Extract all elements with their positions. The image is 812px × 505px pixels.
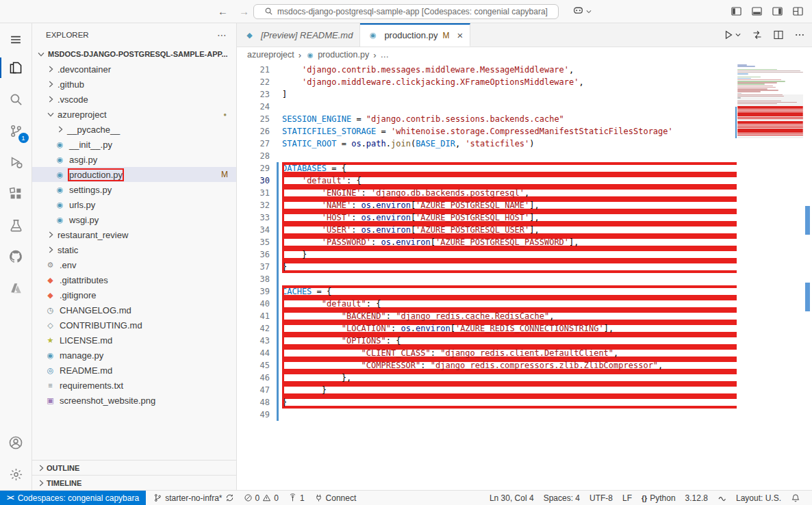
braces-icon: {}: [642, 494, 647, 502]
tree-item-.vscode[interactable]: .vscode: [32, 92, 236, 107]
open-changes-button[interactable]: [752, 29, 763, 40]
search-text: msdocs-django-postgresql-sample-app [Cod…: [277, 7, 548, 16]
explorer-more-actions-icon[interactable]: ⋯: [217, 29, 227, 40]
python-file-icon: ◉: [367, 31, 379, 40]
folder-label: .vscode: [58, 94, 88, 105]
breadcrumb-separator: ›: [373, 50, 376, 60]
tree-item-__init__.py[interactable]: ◉__init__.py: [32, 137, 236, 152]
status-keyboard-layout[interactable]: Layout: U.S.: [731, 491, 786, 505]
tree-item-.github[interactable]: .github: [32, 77, 236, 92]
tree-item-.gitattributes[interactable]: ◆.gitattributes: [32, 272, 236, 287]
chevron-right-icon: [54, 125, 66, 134]
code-editor[interactable]: 21 'django.contrib.messages.middleware.M…: [237, 62, 812, 490]
tree-item-.env[interactable]: ⚙.env: [32, 257, 236, 272]
tree-item-asgi.py[interactable]: ◉asgi.py: [32, 152, 236, 167]
activity-account-icon[interactable]: [0, 427, 32, 458]
tree-item-screenshot_website.png[interactable]: ▣screenshot_website.png: [32, 393, 236, 408]
activity-run-debug-icon[interactable]: [0, 146, 32, 178]
command-center-search[interactable]: msdocs-django-postgresql-sample-app [Cod…: [253, 4, 559, 19]
line-content: [282, 273, 737, 285]
file-label: asgi.py: [69, 155, 97, 165]
status-connect[interactable]: Connect: [309, 491, 361, 505]
status-cursor-position[interactable]: Ln 30, Col 4: [485, 491, 539, 505]
tree-item-.gitignore[interactable]: ◆.gitignore: [32, 287, 236, 302]
back-button[interactable]: ←: [218, 5, 228, 17]
customize-layout-icon[interactable]: [792, 5, 804, 17]
line-number: 45: [237, 359, 270, 372]
run-python-file-button[interactable]: [723, 29, 741, 40]
tree-item-manage.py[interactable]: ◉manage.py: [32, 348, 236, 363]
copilot-button[interactable]: [572, 5, 592, 18]
more-actions-button[interactable]: [794, 29, 805, 40]
text-file-icon: ≡: [45, 381, 56, 389]
tab-production-py[interactable]: ◉production.pyM×: [360, 23, 470, 47]
tree-item-urls.py[interactable]: ◉urls.py: [32, 197, 236, 212]
layout-controls: [731, 5, 804, 17]
tree-item-requirements.txt[interactable]: ≡requirements.txt: [32, 378, 236, 393]
status-python-env[interactable]: [713, 491, 731, 505]
status-ports[interactable]: 1: [283, 491, 309, 505]
chevron-down-icon: [35, 49, 47, 59]
activity-search-icon[interactable]: [0, 83, 32, 115]
close-icon[interactable]: ×: [457, 29, 463, 41]
tree-item-.devcontainer[interactable]: .devcontainer: [32, 62, 236, 77]
file-label: requirements.txt: [60, 380, 123, 391]
status-encoding[interactable]: UTF-8: [585, 491, 618, 505]
section-timeline[interactable]: TIMELINE: [32, 475, 236, 490]
activity-github-icon[interactable]: [0, 241, 32, 272]
tree-item-CHANGELOG.md[interactable]: ◷CHANGELOG.md: [32, 302, 236, 318]
activity-extensions-icon[interactable]: [0, 178, 32, 209]
forward-button[interactable]: →: [239, 5, 249, 17]
tree-item-restaurant_review[interactable]: restaurant_review: [32, 227, 236, 242]
split-editor-button[interactable]: [773, 29, 784, 40]
line-content: 'django.middleware.clickjacking.XFrameOp…: [282, 76, 737, 88]
breadcrumb-item[interactable]: …: [381, 50, 390, 60]
code-line-30: 30 'default': {: [237, 174, 737, 187]
tree-root-folder[interactable]: MSDOCS-DJANGO-POSTGRESQL-SAMPLE-APP...: [32, 47, 236, 62]
status-eol[interactable]: LF: [618, 491, 637, 505]
tree-item-CONTRIBUTING.md[interactable]: ◇CONTRIBUTING.md: [32, 318, 236, 333]
tree-item-LICENSE.md[interactable]: ★LICENSE.md: [32, 333, 236, 348]
status-language-mode[interactable]: {}Python: [637, 491, 681, 505]
toggle-primary-sidebar-icon[interactable]: [731, 5, 742, 17]
info-file-icon: ◎: [45, 366, 56, 375]
toggle-secondary-sidebar-icon[interactable]: [772, 5, 783, 17]
minimap[interactable]: [737, 64, 803, 138]
code-line-24: 24: [237, 101, 737, 113]
status-right: Ln 30, Col 4Spaces: 4UTF-8LF{}Python3.12…: [485, 491, 805, 505]
activity-explorer-icon[interactable]: [0, 52, 32, 83]
activity-source-control-icon[interactable]: 1: [0, 115, 32, 146]
line-content: "default": {: [282, 298, 737, 310]
tree-item-static[interactable]: static: [32, 242, 236, 257]
status-notifications[interactable]: [786, 491, 805, 505]
line-number: 43: [237, 335, 270, 347]
minimap-modified-bar: [735, 107, 737, 138]
tree-item-wsgi.py[interactable]: ◉wsgi.py: [32, 212, 236, 227]
activity-testing-icon[interactable]: [0, 209, 32, 241]
toggle-panel-icon[interactable]: [751, 5, 763, 17]
code-line-42: 42 "LOCATION": os.environ['AZURE_REDIS_C…: [237, 322, 737, 335]
activity-menu-icon[interactable]: [0, 27, 32, 52]
tab-preview-readme-md[interactable]: ◆[Preview] README.md: [237, 23, 360, 47]
status-indentation[interactable]: Spaces: 4: [539, 491, 585, 505]
tree-item-__pycache__[interactable]: __pycache__: [32, 122, 236, 137]
tree-item-settings.py[interactable]: ◉settings.py: [32, 182, 236, 197]
section-outline[interactable]: OUTLINE: [32, 460, 236, 475]
line-number: 26: [237, 125, 270, 138]
breadcrumb-item[interactable]: ◉production.py: [305, 50, 369, 60]
code-line-23: 23]: [237, 88, 737, 101]
tree-item-production.py[interactable]: ◉production.pyM: [32, 167, 236, 182]
line-content: STATIC_ROOT = os.path.join(BASE_DIR, 'st…: [282, 138, 737, 150]
remote-indicator[interactable]: >< Codespaces: congenial capybara: [0, 491, 146, 505]
minimap-slider[interactable]: [737, 94, 803, 138]
status-problems[interactable]: 00: [239, 491, 283, 505]
tree-item-README.md[interactable]: ◎README.md: [32, 363, 236, 378]
line-number: 22: [237, 76, 270, 88]
status-branch[interactable]: starter-no-infra*: [149, 491, 238, 505]
overview-ruler[interactable]: [803, 62, 812, 490]
activity-settings-icon[interactable]: [0, 458, 32, 490]
status-python-version[interactable]: 3.12.8: [681, 491, 713, 505]
activity-azure-icon[interactable]: [0, 272, 32, 304]
breadcrumb-item[interactable]: azureproject: [247, 50, 294, 60]
tree-item-azureproject[interactable]: azureproject●: [32, 107, 236, 122]
